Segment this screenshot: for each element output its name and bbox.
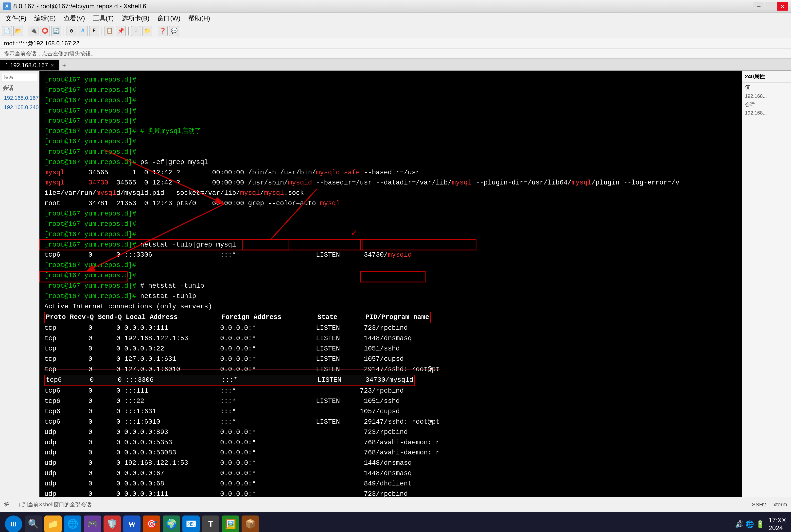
terminal-line-21: [root@167 yum.repos.d]# # netstat -tunlp <box>44 281 737 291</box>
taskbar: ⊞ 🔍 📁 🌐 🎮 🛡️ W 🎯 🌍 📧 T 🖼️ 📦 🔊 🌐 🔋 17:XX2… <box>0 512 791 532</box>
menu-tools[interactable]: 工具(T) <box>90 13 117 24</box>
menu-help[interactable]: 帮助(H) <box>185 13 214 24</box>
font-button[interactable]: F <box>89 26 99 36</box>
menu-edit[interactable]: 编辑(E) <box>31 13 59 24</box>
terminal[interactable]: [root@167 yum.repos.d]# [root@167 yum.re… <box>39 71 742 497</box>
app-icon: X <box>3 2 11 10</box>
taskbar-shield[interactable]: 🛡️ <box>104 515 121 532</box>
menu-window[interactable]: 窗口(W) <box>154 13 184 24</box>
taskbar-image[interactable]: 🖼️ <box>222 515 239 532</box>
status-right: SSH2 xterm <box>752 501 787 508</box>
copy-button[interactable]: 📋 <box>105 26 114 36</box>
sidebar-item-167[interactable]: 192.168.0.167 <box>0 93 39 103</box>
toolbar-separator-3 <box>102 26 102 36</box>
help-button[interactable]: ❓ <box>158 26 168 36</box>
properties-panel: 240属性 值 192.168... 会话 192.168... <box>742 71 791 497</box>
taskbar-word[interactable]: W <box>123 515 141 532</box>
toolbar-separator-1 <box>26 26 26 36</box>
tab-close-1[interactable]: ✕ <box>51 62 54 68</box>
terminal-line-udp-53083: udp 0 0 0.0.0.0:53083 0.0.0.0:* 768/avah… <box>44 448 737 458</box>
hint-text: 提示当前会话，点击左侧的箭头按钮。 <box>4 50 96 57</box>
bottom-hint: ↑ 到当前Xshell窗口的全部会话 <box>18 501 91 508</box>
title-bar: X 8.0.167 - root@167:/etc/yum.repos.d - … <box>0 0 791 13</box>
color-button[interactable]: A <box>78 26 88 36</box>
terminal-line-10: mysql 34565 1 0 12:42 ? 00:00:00 /bin/sh… <box>44 168 737 178</box>
terminal-line-udp-111: udp 0 0 0.0.0.0:111 0.0.0.0:* 723/rpcbin… <box>44 489 737 497</box>
prop-row-1: 192.168... <box>742 92 791 100</box>
menu-file[interactable]: 文件(F) <box>2 13 30 24</box>
taskbar-target[interactable]: 🎯 <box>143 515 160 532</box>
terminal-header-row: Proto Recv-Q Send-Q Local Address Foreig… <box>44 312 430 323</box>
tab-label-1: 1 192.168.0.167 <box>5 62 48 69</box>
terminal-line-12: ile=/var/run/mysqld/mysqld.pid --socket=… <box>44 188 737 198</box>
toolbar-separator-2 <box>63 26 64 36</box>
status-ssh: SSH2 <box>752 501 766 508</box>
tab-session-1[interactable]: 1 192.168.0.167 ✕ <box>0 60 59 71</box>
terminal-line-22: [root@167 yum.repos.d]# netstat -tunlp <box>44 291 737 302</box>
terminal-line-tcp-631: tcp 0 0 127.0.0.1:631 0.0.0.0:* LISTEN 1… <box>44 354 737 364</box>
terminal-line-tcp6-3306: tcp6 0 0 :::3306 :::* LISTEN 34730/mysql… <box>44 375 415 386</box>
terminal-line-1: [root@167 yum.repos.d]# <box>44 75 737 85</box>
menu-view[interactable]: 查看(V) <box>60 13 89 24</box>
menu-tabs[interactable]: 选项卡(B) <box>118 13 153 24</box>
sftp-button[interactable]: 📁 <box>143 26 152 36</box>
terminal-line-23: Active Internet connections (only server… <box>44 302 737 312</box>
tab-bar: 1 192.168.0.167 ✕ + <box>0 59 791 71</box>
tray-icons: 🔊 🌐 🔋 <box>735 520 765 528</box>
taskbar-time: 17:XX2024 <box>769 516 786 532</box>
status-left: 符. <box>4 501 11 508</box>
prop-key-2: 会话 <box>745 101 788 108</box>
close-button[interactable]: ✕ <box>777 2 788 11</box>
tab-add-button[interactable]: + <box>59 61 69 71</box>
minimize-button[interactable]: ─ <box>753 2 765 11</box>
window-controls: ─ □ ✕ <box>753 2 788 11</box>
properties-header: 值 <box>742 82 791 92</box>
menu-bar: 文件(F) 编辑(E) 查看(V) 工具(T) 选项卡(B) 窗口(W) 帮助(… <box>0 13 791 24</box>
terminal-line-tcp6-111: tcp6 0 0 :::111 :::* 723/rpcbind <box>44 386 737 396</box>
transfer-button[interactable]: ↕️ <box>131 26 141 36</box>
taskbar-game[interactable]: 🎮 <box>84 515 101 532</box>
terminal-line-tcp6-6010: tcp6 0 0 :::1:6010 :::* LISTEN 29147/ssh… <box>44 417 737 427</box>
hint-bar: 提示当前会话，点击左侧的箭头按钮。 <box>0 49 791 59</box>
taskbar-browser[interactable]: 🌐 <box>64 515 81 532</box>
disconnect-button[interactable]: ⭕ <box>40 26 50 36</box>
prop-key-3: 192.168... <box>745 110 788 116</box>
terminal-line-19: [root@167 yum.repos.d]# <box>44 260 737 271</box>
window-title: 8.0.167 - root@167:/etc/yum.repos.d - Xs… <box>13 2 753 10</box>
taskbar-files[interactable]: 📁 <box>44 515 62 532</box>
terminal-line-tcp6-22: tcp6 0 0 :::22 :::* LISTEN 1051/sshd <box>44 396 737 407</box>
taskbar-earth[interactable]: 🌍 <box>163 515 180 532</box>
terminal-line-15: [root@167 yum.repos.d]# <box>44 219 737 230</box>
taskbar-t[interactable]: T <box>202 515 219 532</box>
settings-button[interactable]: ⚙️ <box>67 26 76 36</box>
maximize-button[interactable]: □ <box>765 2 776 11</box>
reconnect-button[interactable]: 🔄 <box>51 26 61 36</box>
taskbar-pkg[interactable]: 📦 <box>242 515 259 532</box>
sidebar: 会话 192.168.0.167 192.168.0.240 <box>0 71 39 497</box>
open-button[interactable]: 📂 <box>13 26 23 36</box>
terminal-line-2: [root@167 yum.repos.d]# <box>44 85 737 96</box>
connect-button[interactable]: 🔌 <box>29 26 38 36</box>
terminal-line-udp-67: udp 0 0 0.0.0.0:67 0.0.0.0:* 1448/dnsmas… <box>44 469 737 479</box>
terminal-line-udp-dns: udp 0 0 192.168.122.1:53 0.0.0.0:* 1448/… <box>44 458 737 469</box>
new-session-button[interactable]: 📄 <box>2 26 12 36</box>
sidebar-item-240[interactable]: 192.168.0.240 <box>0 103 39 112</box>
chat-button[interactable]: 💬 <box>169 26 179 36</box>
properties-title: 240属性 <box>742 71 791 82</box>
paste-button[interactable]: 📌 <box>116 26 126 36</box>
toolbar: 📄 📂 🔌 ⭕ 🔄 ⚙️ A F 📋 📌 ↕️ 📁 ❓ 💬 <box>0 24 791 38</box>
taskbar-search[interactable]: 🔍 <box>25 515 42 532</box>
toolbar-separator-5 <box>155 26 155 36</box>
terminal-line-11: mysql 34730 34565 0 12:42 ? 00:00:00 /us… <box>44 178 737 188</box>
terminal-line-7: [root@167 yum.repos.d]# <box>44 137 737 147</box>
search-input[interactable] <box>2 73 37 81</box>
status-term: xterm <box>773 501 787 508</box>
terminal-line-16: [root@167 yum.repos.d]# <box>44 230 737 240</box>
prop-row-3: 192.168... <box>742 109 791 117</box>
terminal-line-8: [root@167 yum.repos.d]# <box>44 147 737 157</box>
taskbar-mail[interactable]: 📧 <box>182 515 200 532</box>
terminal-line-13: root 34781 21353 0 12:43 pts/0 00:00:00 … <box>44 198 737 209</box>
prop-key-1: 192.168... <box>745 93 788 99</box>
start-button[interactable]: ⊞ <box>5 515 22 532</box>
terminal-line-4: [root@167 yum.repos.d]# <box>44 106 737 116</box>
